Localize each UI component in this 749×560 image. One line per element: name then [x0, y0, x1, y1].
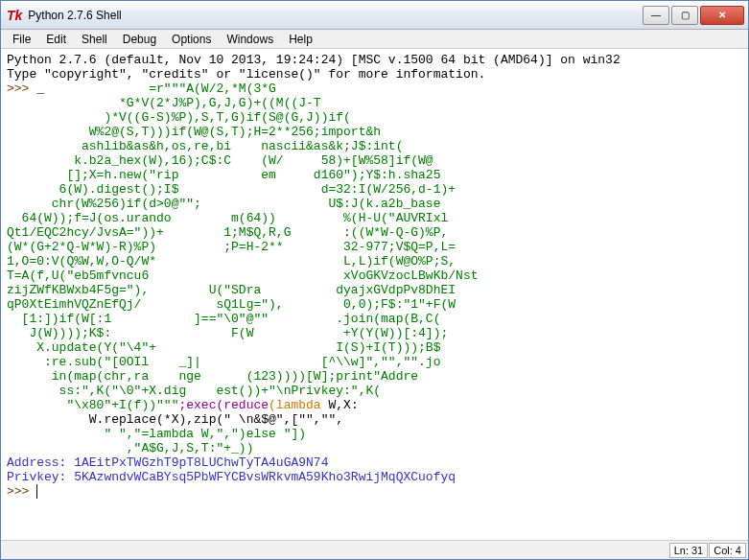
code-line: T=A(f,U("eb5mfvncu6 xVoGKVzocLBwKb/Nst [7, 268, 478, 283]
statusbar: Ln: 31 Col: 4 [1, 540, 748, 559]
window-title: Python 2.7.6 Shell [28, 9, 643, 22]
code-line: )*V((G-S)%P),S,T,G)if(S@(G,J))if( [7, 110, 351, 125]
tk-icon: Tk [7, 8, 22, 23]
exec-keyword: ;exec( [178, 398, 223, 412]
minimize-button[interactable]: — [643, 6, 669, 25]
code-line: qP0XtEimhVQZnEfQj/ sQ1Lg="), 0,0);F$:"1"… [7, 297, 456, 312]
code-line: W%2@(S,T)))if(W@(S,T);H=2**256;import&h [7, 125, 381, 139]
code-line: ss:",K("\0"+X.dig est())+"\nPrivkey:",K( [7, 384, 381, 398]
code-line: 64(W));f=J(os.urando m(64)) %(H-U("AUVRI… [7, 211, 448, 225]
menu-options[interactable]: Options [164, 31, 219, 48]
code-line: 1,O=0:V(Q%W,W,O-Q/W* L,L)if(W@O%P;S, [7, 254, 456, 268]
code-line: =r"""A(W/2,*M(3*G [149, 82, 276, 96]
menu-windows[interactable]: Windows [219, 31, 281, 48]
tail-line: W.replace(*X),zip(" \n&$@",["","", [7, 412, 343, 427]
code-line: :re.sub("[0OIl _]| [^\\w]","","".jo [7, 355, 440, 369]
status-line: Ln: 31 [669, 543, 709, 558]
tail-line: ,"A$G,J,S,T:"+_)) [7, 441, 253, 455]
menu-help[interactable]: Help [281, 31, 320, 48]
code-line: J(W))));K$: F(W +Y(Y(W))[:4]); [7, 326, 448, 340]
code-line: Qt1/EQC2hcy/JvsA="))+ 1;M$Q,R,G :((W*W-Q… [7, 225, 448, 240]
reduce-keyword: reduce [223, 398, 269, 412]
menu-edit[interactable]: Edit [38, 31, 74, 48]
code-line: X.update(Y("\4"+ I(S)+I(T)));B$ [7, 340, 440, 355]
output-address: Address: 1AEitPxTWGzhT9pT8LUChwTyTA4uGA9… [7, 455, 328, 470]
prompt-tail: _ [36, 82, 149, 96]
tail-line: " ","=lambda W,",")else "]) [7, 427, 306, 441]
code-line: "\x80"+I(f))""" [7, 398, 178, 412]
window-frame: Tk Python 2.7.6 Shell — ▢ ✕ File Edit Sh… [0, 0, 749, 560]
shell-content[interactable]: Python 2.7.6 (default, Nov 10 2013, 19:2… [1, 49, 748, 540]
status-col: Col: 4 [709, 543, 746, 558]
prompt: >>> [7, 82, 36, 96]
code-line: chr(W%256)if(d>0@""; U$:J(k.a2b_base [7, 197, 440, 211]
menu-shell[interactable]: Shell [74, 31, 115, 48]
lambda-keyword: (lambda [269, 398, 321, 412]
code-line: k.b2a_hex(W),16);C$:C (W/ 58)+[W%58]if(W… [7, 153, 433, 168]
window-controls: — ▢ ✕ [643, 6, 744, 25]
lambda-tail: W,X: [321, 398, 359, 412]
code-line: zijZWfKBWxb4F5g="), U("SDra dyajxGVdpPv8… [7, 283, 456, 297]
maximize-button[interactable]: ▢ [671, 6, 698, 25]
header-line2: Type "copyright", "credits" or "license(… [7, 67, 485, 82]
code-line: (W*(G+2*Q-W*W)-R)%P) ;P=H-2** 32-977;V$Q… [7, 240, 456, 254]
cursor [36, 484, 45, 499]
header-line1: Python 2.7.6 (default, Nov 10 2013, 19:2… [7, 53, 620, 67]
code-line: [];X=h.new("rip em d160");Y$:h.sha25 [7, 168, 440, 182]
prompt: >>> [7, 484, 36, 499]
output-privkey: Privkey: 5KAzwndvWCaBYsq5PbWFYCBvsWRkvmA… [7, 470, 456, 484]
code-line: *G*V(2*J%P),G,J,G)+((M((J-T [7, 96, 321, 110]
code-line: in(map(chr,ra nge (123))))[W];print"Addr… [7, 369, 418, 384]
menu-debug[interactable]: Debug [115, 31, 164, 48]
titlebar[interactable]: Tk Python 2.7.6 Shell — ▢ ✕ [1, 1, 748, 30]
menu-file[interactable]: File [5, 31, 38, 48]
close-button[interactable]: ✕ [700, 6, 744, 25]
code-line: 6(W).digest();I$ d=32:I(W/256,d-1)+ [7, 182, 456, 197]
menubar: File Edit Shell Debug Options Windows He… [1, 30, 748, 49]
code-line: ashlib&as&h,os,re,bi nascii&as&k;J$:int( [7, 139, 403, 153]
code-line: [1:])if(W[:1 ]=="\0"@"" .join(map(B,C( [7, 312, 440, 326]
